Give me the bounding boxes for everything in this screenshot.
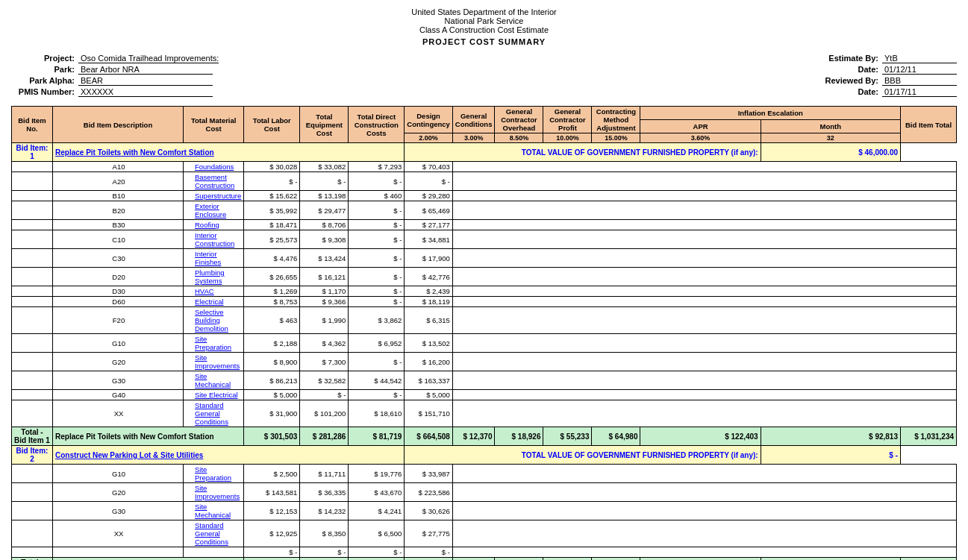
pct-gcoh: 8.50%	[495, 133, 543, 143]
table-row: $ -$ -$ -$ -	[12, 547, 957, 558]
project-label: Project:	[11, 54, 78, 63]
date2-label: Date:	[800, 87, 882, 97]
bid-item-header-1: Bid Item: 1Replace Pit Toilets with New …	[12, 143, 957, 162]
table-row: XXStandard General Conditions$ 12,925$ 8…	[12, 520, 957, 547]
col-header-direct: Total Direct Construction Costs	[349, 107, 405, 143]
table-row: G20Site Improvements$ 143,581$ 36,335$ 4…	[12, 483, 957, 502]
col-header-gcoh: General Contractor Overhead	[495, 107, 543, 133]
table-row: G10Site Preparation$ 2,188$ 4,362$ 6,952…	[12, 334, 957, 353]
col-header-mat: Total Material Cost	[184, 107, 244, 143]
col-header-design: Design Contingency	[405, 107, 453, 133]
page-container: United States Department of the Interior…	[0, 0, 968, 560]
date1-label: Date:	[800, 65, 882, 75]
pct-apr: 3.60%	[640, 133, 761, 143]
table-row: D20Plumbing Systems$ 26,655$ 16,121$ -$ …	[12, 268, 957, 286]
table-row: B20Exterior Enclosure$ 35,992$ 29,477$ -…	[12, 201, 957, 220]
park-alpha-label: Park Alpha:	[11, 76, 78, 86]
col-header-total: Bid Item Total	[901, 107, 957, 143]
reviewed-by-label: Reviewed By:	[800, 76, 882, 86]
meta-section: Project: Oso Comida Trailhead Improvemen…	[11, 54, 957, 98]
table-row: D60Electrical$ 8,753$ 9,366$ -$ 18,119	[12, 297, 957, 307]
bid-item-number-1: Bid Item: 1	[12, 143, 53, 162]
header-line3: Class A Construction Cost Estimate	[11, 25, 957, 34]
header-line2: National Park Service	[11, 16, 957, 25]
col-header-equip: Total Equipment Cost	[300, 107, 349, 143]
bid-item-title-1: Replace Pit Toilets with New Comfort Sta…	[53, 143, 405, 162]
park-value: Bear Arbor NRA	[78, 65, 213, 75]
bid-total-row-1: Total - Bid Item 1Replace Pit Toilets wi…	[12, 427, 957, 446]
gov-prop-value-1: $ 46,000.00	[761, 143, 900, 162]
col-header-bidno: Bid Item No.	[12, 107, 53, 143]
table-row: B10Superstructure$ 15,622$ 13,198$ 460$ …	[12, 191, 957, 201]
table-row: D30HVAC$ 1,269$ 1,170$ -$ 2,439	[12, 286, 957, 297]
meta-right: Estimate By: YtB Date: 01/12/11 Reviewed…	[800, 54, 957, 98]
header-line1: United States Department of the Interior	[11, 7, 957, 16]
table-row: G40Site Electrical$ 5,000$ -$ -$ 5,000	[12, 390, 957, 400]
col-header-cma: Contracting Method Adjustment	[592, 107, 640, 133]
estimate-by-value: YtB	[882, 54, 957, 63]
pct-cma: 15.00%	[592, 133, 640, 143]
reviewed-by-value: BBB	[882, 76, 957, 86]
table-row: G30Site Mechanical$ 86,213$ 32,582$ 44,5…	[12, 371, 957, 390]
pct-design: 2.00%	[405, 133, 453, 143]
park-alpha-value: BEAR	[78, 76, 213, 86]
date2-value: 01/17/11	[882, 87, 957, 97]
table-row: XXStandard General Conditions$ 31,900$ 1…	[12, 400, 957, 427]
table-row: C30Interior Finishes$ 4,476$ 13,424$ -$ …	[12, 249, 957, 268]
date1-value: 01/12/11	[882, 65, 957, 75]
bid-item-title-2: Construct New Parking Lot & Site Utiliti…	[53, 446, 405, 465]
col-header-gcond: General Conditions	[452, 107, 495, 133]
gov-prop-label-1: TOTAL VALUE OF GOVERNMENT FURNISHED PROP…	[405, 143, 761, 162]
cost-summary-table: Bid Item No. Bid Item Description Total …	[11, 106, 957, 560]
pmis-label: PMIS Number:	[11, 87, 78, 97]
col-header-gcprof: General Contractor Profit	[543, 107, 592, 133]
col-subheader-month: Month	[761, 120, 900, 133]
gov-prop-label-2: TOTAL VALUE OF GOVERNMENT FURNISHED PROP…	[405, 446, 761, 465]
col-subheader-apr: APR	[640, 120, 761, 133]
table-row: B30Roofing$ 18,471$ 8,706$ -$ 27,177	[12, 220, 957, 230]
meta-left: Project: Oso Comida Trailhead Improvemen…	[11, 54, 219, 98]
col-header-labor: Total Labor Cost	[244, 107, 300, 143]
pct-gcond: 3.00%	[452, 133, 495, 143]
project-value: Oso Comida Trailhead Improvements:	[78, 54, 219, 63]
bid-total-row-2: Total - Bid Item 2Construct New Parking …	[12, 558, 957, 561]
table-row: G10Site Preparation$ 2,500$ 11,711$ 19,7…	[12, 465, 957, 483]
estimate-by-label: Estimate By:	[800, 54, 882, 63]
pmis-value: XXXXXX	[78, 87, 213, 97]
table-row: G30Site Mechanical$ 12,153$ 14,232$ 4,24…	[12, 502, 957, 520]
park-label: Park:	[11, 65, 78, 75]
col-header-infl: Inflation Escalation	[640, 107, 901, 120]
gov-prop-value-2: $ -	[761, 446, 900, 465]
header: United States Department of the Interior…	[11, 7, 957, 46]
bid-item-number-2: Bid Item: 2	[12, 446, 53, 465]
page-title: PROJECT COST SUMMARY	[11, 37, 957, 46]
table-row: C10Interior Construction$ 25,573$ 9,308$…	[12, 230, 957, 249]
pct-gcprof: 10.00%	[543, 133, 592, 143]
table-row: G20Site Improvements$ 8,900$ 7,300$ -$ 1…	[12, 353, 957, 371]
table-row: A20Basement Construction$ -$ -$ -$ -	[12, 172, 957, 191]
pct-month: 32	[761, 133, 900, 143]
table-row: A10Foundations$ 30,028$ 33,082$ 7,293$ 7…	[12, 162, 957, 172]
col-header-desc: Bid Item Description	[53, 107, 184, 143]
column-header-row: Bid Item No. Bid Item Description Total …	[12, 107, 957, 120]
table-row: F20Selective Building Demolition$ 463$ 1…	[12, 307, 957, 334]
bid-item-header-2: Bid Item: 2Construct New Parking Lot & S…	[12, 446, 957, 465]
